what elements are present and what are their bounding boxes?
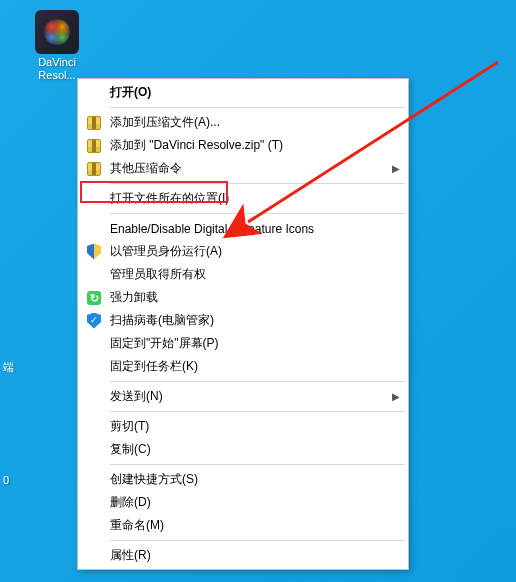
menu-copy[interactable]: 复制(C) xyxy=(80,438,406,461)
shield-scan-icon xyxy=(84,313,104,329)
blank-icon xyxy=(84,267,104,283)
menu-pin-start[interactable]: 固定到"开始"屏幕(P) xyxy=(80,332,406,355)
menu-separator xyxy=(110,540,405,541)
uninstall-icon xyxy=(84,290,104,306)
menu-delete[interactable]: 删除(D) xyxy=(80,491,406,514)
menu-separator xyxy=(110,411,405,412)
blank-icon xyxy=(84,359,104,375)
menu-separator xyxy=(110,213,405,214)
blank-icon xyxy=(84,419,104,435)
desktop-shortcut-davinci[interactable]: DaVinci Resol... xyxy=(30,10,84,82)
archive-icon xyxy=(84,161,104,177)
menu-scan-virus[interactable]: 扫描病毒(电脑管家) xyxy=(80,309,406,332)
blank-icon xyxy=(84,442,104,458)
blank-icon xyxy=(84,336,104,352)
blank-icon xyxy=(84,85,104,101)
menu-cut[interactable]: 剪切(T) xyxy=(80,415,406,438)
chevron-right-icon: ▶ xyxy=(392,163,400,174)
desktop-shortcut-label: DaVinci Resol... xyxy=(30,56,84,82)
blank-icon xyxy=(84,221,104,237)
blank-icon xyxy=(84,389,104,405)
menu-take-ownership[interactable]: 管理员取得所有权 xyxy=(80,263,406,286)
blank-icon xyxy=(84,472,104,488)
menu-separator xyxy=(110,107,405,108)
blank-icon xyxy=(84,191,104,207)
menu-signature-icons[interactable]: Enable/Disable Digital Signature Icons xyxy=(80,217,406,240)
partial-icon-label-1: 端 xyxy=(3,360,14,375)
blank-icon xyxy=(84,548,104,564)
menu-separator xyxy=(110,183,405,184)
davinci-resolve-icon xyxy=(35,10,79,54)
menu-separator xyxy=(110,381,405,382)
menu-force-uninstall[interactable]: 强力卸载 xyxy=(80,286,406,309)
archive-icon xyxy=(84,138,104,154)
archive-icon xyxy=(84,115,104,131)
menu-open-file-location[interactable]: 打开文件所在的位置(I) xyxy=(80,187,406,210)
menu-pin-taskbar[interactable]: 固定到任务栏(K) xyxy=(80,355,406,378)
menu-create-shortcut[interactable]: 创建快捷方式(S) xyxy=(80,468,406,491)
shield-admin-icon xyxy=(84,244,104,260)
menu-properties[interactable]: 属性(R) xyxy=(80,544,406,567)
context-menu: 打开(O) 添加到压缩文件(A)... 添加到 "DaVinci Resolve… xyxy=(77,78,409,570)
menu-add-archive[interactable]: 添加到压缩文件(A)... xyxy=(80,111,406,134)
menu-add-zip[interactable]: 添加到 "DaVinci Resolve.zip" (T) xyxy=(80,134,406,157)
menu-send-to[interactable]: 发送到(N) ▶ xyxy=(80,385,406,408)
menu-separator xyxy=(110,464,405,465)
partial-icon-label-2: 0 xyxy=(3,474,9,486)
blank-icon xyxy=(84,495,104,511)
menu-run-as-admin[interactable]: 以管理员身份运行(A) xyxy=(80,240,406,263)
menu-other-compress[interactable]: 其他压缩命令 ▶ xyxy=(80,157,406,180)
menu-open[interactable]: 打开(O) xyxy=(80,81,406,104)
chevron-right-icon: ▶ xyxy=(392,391,400,402)
menu-rename[interactable]: 重命名(M) xyxy=(80,514,406,537)
blank-icon xyxy=(84,518,104,534)
